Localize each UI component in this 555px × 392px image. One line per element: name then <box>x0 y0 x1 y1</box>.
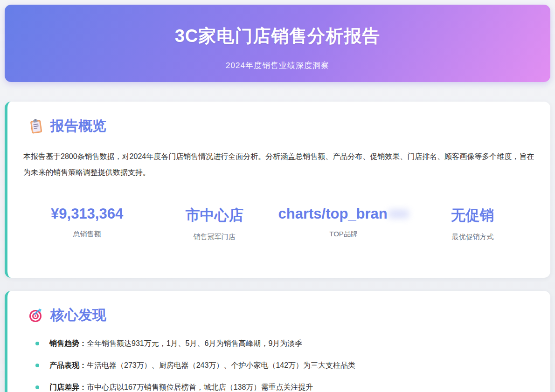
finding-product-performance: 产品表现：生活电器（273万）、厨房电器（243万）、个护小家电（142万）为三… <box>35 361 536 370</box>
findings-heading-label: 核心发现 <box>50 306 106 325</box>
stat-value: charts/top_bran <box>278 206 409 222</box>
findings-heading: 核心发现 <box>28 306 536 325</box>
stat-top-store: 市中心店 销售冠军门店 <box>151 206 278 241</box>
bullet-dot <box>35 342 39 345</box>
stat-value: 无促销 <box>409 206 536 225</box>
bullet-dot <box>35 364 39 367</box>
overview-heading-label: 报告概览 <box>50 117 106 136</box>
target-icon <box>28 308 44 323</box>
overview-description: 本报告基于2800条销售数据，对2024年度各门店销售情况进行全面分析。分析涵盖… <box>23 149 536 180</box>
page-subtitle: 2024年度销售业绩深度洞察 <box>5 60 550 71</box>
page-title: 3C家电门店销售分析报告 <box>5 5 550 48</box>
overview-card: 报告概览 本报告基于2800条销售数据，对2024年度各门店销售情况进行全面分析… <box>5 102 550 278</box>
stat-top-brand: charts/top_bran TOP品牌 <box>278 206 409 241</box>
stat-label: 销售冠军门店 <box>151 233 278 241</box>
clipboard-icon <box>28 118 44 134</box>
stats-row: ¥9,313,364 总销售额 市中心店 销售冠军门店 charts/top_b… <box>23 206 536 241</box>
report-page: 3C家电门店销售分析报告 2024年度销售业绩深度洞察 报告 <box>0 0 555 392</box>
blurred-text-region <box>388 209 409 219</box>
stat-label: 总销售额 <box>23 230 151 239</box>
stat-best-promo: 无促销 最优促销方式 <box>409 206 536 241</box>
findings-card: 核心发现 销售趋势：全年销售额达931万元，1月、5月、6月为销售高峰期，9月为… <box>5 291 550 392</box>
finding-store-difference: 门店差异：市中心店以167万销售额位居榜首，城北店（138万）需重点关注提升 <box>35 383 536 392</box>
bullet-dot <box>35 385 39 389</box>
report-header: 3C家电门店销售分析报告 2024年度销售业绩深度洞察 <box>5 5 550 82</box>
finding-sales-trend: 销售趋势：全年销售额达931万元，1月、5月、6月为销售高峰期，9月为淡季 <box>35 339 536 348</box>
overview-heading: 报告概览 <box>28 117 536 136</box>
stat-label: 最优促销方式 <box>409 233 536 241</box>
stat-total-sales: ¥9,313,364 总销售额 <box>23 206 151 241</box>
findings-list: 销售趋势：全年销售额达931万元，1月、5月、6月为销售高峰期，9月为淡季 产品… <box>35 339 536 392</box>
stat-value: ¥9,313,364 <box>23 206 151 222</box>
stat-label: TOP品牌 <box>278 230 409 239</box>
stat-value: 市中心店 <box>151 206 278 225</box>
